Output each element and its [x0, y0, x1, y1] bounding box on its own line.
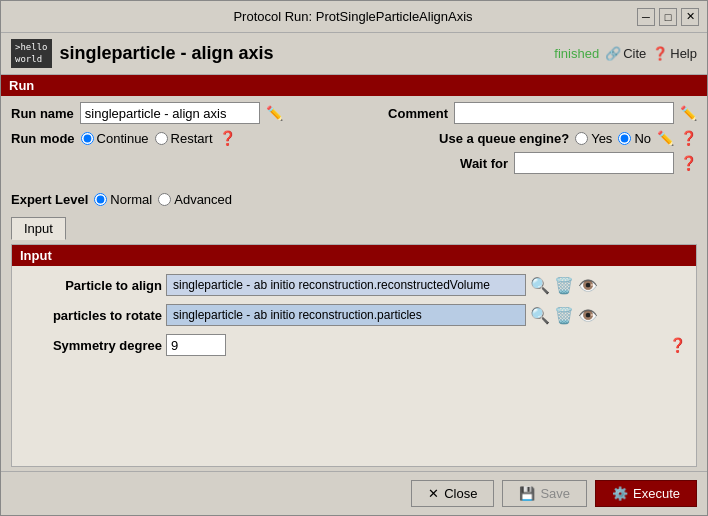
queue-radio-group: Yes No [575, 131, 651, 146]
symmetry-help-icon[interactable]: ❓ [669, 337, 686, 353]
input-section-header: Input [12, 245, 696, 266]
continue-radio-label[interactable]: Continue [81, 131, 149, 146]
queue-edit-icon[interactable]: ✏️ [657, 130, 674, 146]
queue-help-icon[interactable]: ❓ [680, 130, 697, 146]
input-content: Particle to align singleparticle - ab in… [12, 266, 696, 372]
particles-to-rotate-actions: 🔍 🗑️ 👁️ [530, 306, 598, 325]
particle-to-align-value: singleparticle - ab initio reconstructio… [166, 274, 526, 296]
run-name-edit-icon[interactable]: ✏️ [266, 105, 283, 121]
restart-radio[interactable] [155, 132, 168, 145]
window-controls: ─ □ ✕ [637, 8, 699, 26]
close-button[interactable]: ✕ Close [411, 480, 494, 507]
close-icon: ✕ [428, 486, 439, 501]
symmetry-degree-label: Symmetry degree [22, 338, 162, 353]
runmode-help-icon[interactable]: ❓ [219, 130, 236, 146]
particle-delete-icon[interactable]: 🗑️ [554, 276, 574, 295]
symmetry-degree-input[interactable] [166, 334, 226, 356]
particle-view-icon[interactable]: 👁️ [578, 276, 598, 295]
tabs-bar: Input [1, 213, 707, 240]
particles-to-rotate-label: particles to rotate [22, 308, 162, 323]
save-icon: 💾 [519, 486, 535, 501]
maximize-button[interactable]: □ [659, 8, 677, 26]
titlebar: Protocol Run: ProtSingleParticleAlignAxi… [1, 1, 707, 33]
wait-for-help-icon[interactable]: ❓ [680, 155, 697, 171]
particle-to-align-label: Particle to align [22, 278, 162, 293]
no-radio-label[interactable]: No [618, 131, 651, 146]
save-button[interactable]: 💾 Save [502, 480, 587, 507]
run-name-label: Run name [11, 106, 74, 121]
advanced-radio[interactable] [158, 193, 171, 206]
run-mode-label: Run mode [11, 131, 75, 146]
cite-button[interactable]: 🔗 Cite [605, 46, 646, 61]
no-radio[interactable] [618, 132, 631, 145]
footer: ✕ Close 💾 Save ⚙️ Execute [1, 471, 707, 515]
advanced-radio-label[interactable]: Advanced [158, 192, 232, 207]
header-left: >hello world singleparticle - align axis [11, 39, 274, 68]
particles-view-icon[interactable]: 👁️ [578, 306, 598, 325]
logo: >hello world [11, 39, 52, 68]
run-name-input[interactable] [80, 102, 260, 124]
normal-radio[interactable] [94, 193, 107, 206]
comment-edit-icon[interactable]: ✏️ [680, 105, 697, 121]
particle-to-align-actions: 🔍 🗑️ 👁️ [530, 276, 598, 295]
link-icon: 🔗 [605, 46, 621, 61]
run-mode-row: Run mode Continue Restart ❓ Use a queue … [11, 130, 697, 146]
main-content: Input Particle to align singleparticle -… [1, 240, 707, 471]
comment-label: Comment [388, 106, 448, 121]
close-button[interactable]: ✕ [681, 8, 699, 26]
header-bar: >hello world singleparticle - align axis… [1, 33, 707, 75]
gear-icon: ⚙️ [612, 486, 628, 501]
status-badge: finished [554, 46, 599, 61]
symmetry-degree-row: Symmetry degree ❓ [22, 334, 686, 356]
tab-input[interactable]: Input [11, 217, 66, 240]
particle-search-icon[interactable]: 🔍 [530, 276, 550, 295]
particle-to-align-row: Particle to align singleparticle - ab in… [22, 274, 686, 296]
window-title: Protocol Run: ProtSingleParticleAlignAxi… [69, 9, 637, 24]
run-name-row: Run name ✏️ Comment ✏️ [11, 102, 697, 124]
wait-for-row: Wait for ❓ [11, 152, 697, 174]
comment-input[interactable] [454, 102, 674, 124]
restart-radio-label[interactable]: Restart [155, 131, 213, 146]
expert-level-label: Expert Level [11, 192, 88, 207]
help-circle-icon: ❓ [652, 46, 668, 61]
wait-for-input[interactable] [514, 152, 674, 174]
run-form: Run name ✏️ Comment ✏️ Run mode Continue… [1, 96, 707, 186]
minimize-button[interactable]: ─ [637, 8, 655, 26]
particles-delete-icon[interactable]: 🗑️ [554, 306, 574, 325]
yes-radio-label[interactable]: Yes [575, 131, 612, 146]
run-section-header: Run [1, 75, 707, 96]
particles-to-rotate-value: singleparticle - ab initio reconstructio… [166, 304, 526, 326]
expert-level-section: Expert Level Normal Advanced [1, 186, 707, 213]
header-right: finished 🔗 Cite ❓ Help [554, 46, 697, 61]
particles-to-rotate-row: particles to rotate singleparticle - ab … [22, 304, 686, 326]
help-button[interactable]: ❓ Help [652, 46, 697, 61]
continue-radio[interactable] [81, 132, 94, 145]
queue-label: Use a queue engine? [439, 131, 569, 146]
normal-radio-label[interactable]: Normal [94, 192, 152, 207]
run-mode-radio-group: Continue Restart ❓ [81, 130, 236, 146]
main-window: Protocol Run: ProtSingleParticleAlignAxi… [0, 0, 708, 516]
particles-search-icon[interactable]: 🔍 [530, 306, 550, 325]
wait-for-label: Wait for [460, 156, 508, 171]
protocol-title: singleparticle - align axis [60, 43, 274, 64]
yes-radio[interactable] [575, 132, 588, 145]
execute-button[interactable]: ⚙️ Execute [595, 480, 697, 507]
input-section: Input Particle to align singleparticle -… [11, 244, 697, 467]
